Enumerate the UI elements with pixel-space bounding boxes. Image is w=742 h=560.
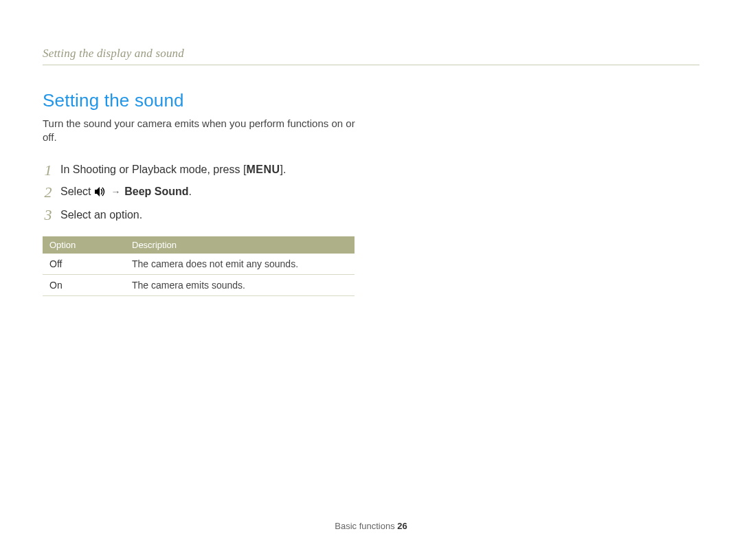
table-row: Off The camera does not emit any sounds. xyxy=(43,254,355,275)
header-description: Description xyxy=(125,236,355,254)
table-header-row: Option Description xyxy=(43,236,355,254)
menu-button-label: MENU xyxy=(246,164,280,175)
step-number-2: 2 xyxy=(43,185,54,200)
footer-label: Basic functions xyxy=(335,521,397,531)
step-3: 3 Select an option. xyxy=(43,208,699,223)
step-2: 2 Select → Beep Sound. xyxy=(43,185,699,201)
arrow-icon: → xyxy=(109,186,124,197)
page-number: 26 xyxy=(397,521,407,531)
header-option: Option xyxy=(43,236,125,254)
step-3-text: Select an option. xyxy=(60,208,142,223)
description-on: The camera emits sounds. xyxy=(125,275,355,296)
step-1-text: In Shooting or Playback mode, press [MEN… xyxy=(60,163,286,177)
breadcrumb: Setting the display and sound xyxy=(43,47,699,60)
beep-sound-label: Beep Sound xyxy=(124,186,188,197)
step-2-period: . xyxy=(189,186,192,197)
table-row: On The camera emits sounds. xyxy=(43,275,355,296)
steps-list: 1 In Shooting or Playback mode, press [M… xyxy=(43,163,699,223)
step-1: 1 In Shooting or Playback mode, press [M… xyxy=(43,163,699,178)
step-number-3: 3 xyxy=(43,208,54,223)
options-table: Option Description Off The camera does n… xyxy=(43,236,355,296)
description-off: The camera does not emit any sounds. xyxy=(125,254,355,275)
page-footer: Basic functions 26 xyxy=(0,521,742,531)
option-off: Off xyxy=(43,254,125,275)
step-number-1: 1 xyxy=(43,163,54,178)
divider xyxy=(43,65,699,65)
step-2-select: Select xyxy=(60,186,94,197)
step-1-post: ]. xyxy=(280,164,286,175)
section-title: Setting the sound xyxy=(43,90,699,111)
step-2-text: Select → Beep Sound. xyxy=(60,185,192,201)
step-1-pre: In Shooting or Playback mode, press [ xyxy=(60,164,246,175)
sound-icon xyxy=(94,186,106,201)
option-on: On xyxy=(43,275,125,296)
intro-text: Turn the sound your camera emits when yo… xyxy=(43,117,366,145)
